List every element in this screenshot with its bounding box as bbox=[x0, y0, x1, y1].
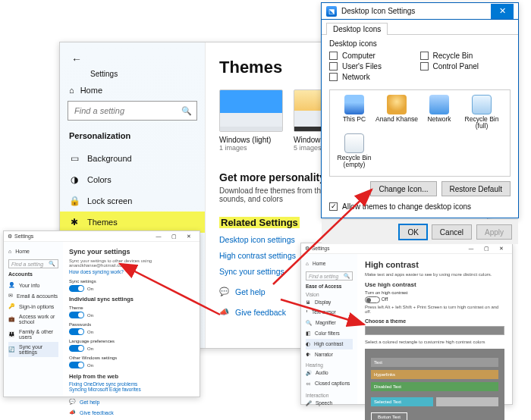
toggle-high-contrast[interactable]: Off bbox=[365, 296, 504, 303]
sidebar-home[interactable]: ⌂ Home bbox=[69, 86, 205, 95]
toggle-label: Passwords bbox=[69, 322, 193, 327]
toggle-other-windows[interactable]: On bbox=[69, 362, 193, 368]
nav-speech[interactable]: 🎤Speech bbox=[306, 398, 353, 409]
web-help-heading: Help from the web bbox=[69, 373, 193, 380]
preview-recycle-full[interactable]: Recycle Bin (full) bbox=[460, 95, 503, 130]
nav-magnifier[interactable]: 🔍Magnifier bbox=[306, 318, 353, 328]
theme-preview bbox=[219, 89, 283, 132]
maximize-button[interactable]: ▢ bbox=[167, 233, 181, 240]
preview-network[interactable]: Network bbox=[418, 95, 460, 130]
nav-label: Access work or school bbox=[19, 314, 58, 324]
give-feedback-link[interactable]: 📣Give feedback bbox=[69, 407, 193, 418]
checkbox-users-files[interactable]: User's Files bbox=[329, 62, 420, 71]
nav-label: Speech bbox=[316, 400, 332, 406]
close-button[interactable]: ✕ bbox=[495, 245, 508, 252]
nav-sync-settings[interactable]: 🔄Sync your settings bbox=[8, 342, 58, 357]
icon-preview-pane: This PC Anand Khanse Network Recycle Bin… bbox=[329, 89, 511, 177]
link-edge-favorites-help[interactable]: Syncing Microsoft Edge favorites bbox=[69, 387, 193, 392]
minimize-button[interactable]: — bbox=[464, 245, 478, 252]
sidebar-category: Personalization bbox=[69, 131, 205, 140]
nav-background[interactable]: ▭Background bbox=[60, 148, 205, 169]
checkbox-icon bbox=[329, 202, 338, 211]
preview-label: Recycle Bin (empty) bbox=[338, 154, 372, 168]
checkbox-network[interactable]: Network bbox=[329, 73, 420, 81]
dialog-titlebar: ⬔ Desktop Icon Settings ✕ bbox=[322, 3, 518, 20]
nav-label: Closed captions bbox=[315, 381, 350, 387]
cancel-button[interactable]: Cancel bbox=[432, 224, 472, 240]
back-button[interactable]: ← bbox=[68, 50, 86, 68]
get-help-link[interactable]: 💬Get help bbox=[69, 396, 193, 407]
nav-label: Themes bbox=[87, 218, 118, 227]
swatch-selected-text[interactable]: Selected Text bbox=[371, 397, 433, 406]
checkbox-recycle-bin[interactable]: Recycle Bin bbox=[420, 52, 511, 60]
search-input[interactable]: Find a setting🔍 bbox=[306, 271, 353, 281]
theme-name: Windows (light) bbox=[219, 136, 283, 144]
swatch-disabled[interactable]: Disabled Text bbox=[371, 382, 498, 391]
nav-email-accounts[interactable]: ✉Email & accounts bbox=[8, 290, 58, 301]
search-placeholder: Find a setting bbox=[309, 274, 338, 279]
close-button[interactable]: ✕ bbox=[182, 233, 196, 240]
maximize-button[interactable]: ▢ bbox=[479, 245, 493, 252]
toggle-passwords[interactable]: On bbox=[69, 328, 193, 335]
swatch-button-text[interactable]: Button Text bbox=[371, 412, 407, 420]
nav-display[interactable]: 🖥Display bbox=[306, 297, 353, 307]
sync-settings-window: ⚙ Settings —▢✕ ⌂Home Find a setting🔍 Acc… bbox=[3, 230, 200, 397]
toggle-sync-settings[interactable]: On bbox=[69, 285, 193, 292]
toggle-switch-icon bbox=[69, 328, 84, 335]
toggle-theme[interactable]: On bbox=[69, 312, 193, 318]
sidebar-category: Ease of Access bbox=[306, 284, 353, 289]
theme-item[interactable]: Windows (light) 1 images bbox=[219, 89, 283, 152]
theme-item[interactable]: Windows 5 images bbox=[294, 89, 324, 152]
search-input[interactable]: Find a setting🔍 bbox=[8, 259, 58, 268]
ok-button[interactable]: OK bbox=[399, 224, 426, 240]
settings-label: Settings bbox=[90, 70, 205, 78]
tab-desktop-icons[interactable]: Desktop Icons bbox=[326, 23, 388, 35]
home-label: Home bbox=[15, 249, 30, 254]
checkbox-allow-themes[interactable]: Allow themes to change desktop icons bbox=[329, 202, 511, 211]
nav-text-cursor[interactable]: ꞋText cursor bbox=[306, 307, 353, 318]
toggle-switch-icon bbox=[69, 312, 84, 318]
close-button[interactable]: ✕ bbox=[491, 4, 514, 19]
app-title: Settings bbox=[312, 246, 330, 251]
nav-audio[interactable]: 🔊Audio bbox=[306, 368, 353, 378]
nav-themes[interactable]: ✱Themes bbox=[60, 212, 205, 233]
gear-icon: ⚙ bbox=[305, 246, 309, 252]
preview-user-folder[interactable]: Anand Khanse bbox=[375, 95, 418, 130]
nav-narrator[interactable]: 🗣Narrator bbox=[306, 349, 353, 359]
nav-signin-options[interactable]: 🔑Sign-in options bbox=[8, 301, 58, 312]
checkbox-computer[interactable]: Computer bbox=[329, 52, 420, 60]
preview-this-pc[interactable]: This PC bbox=[333, 95, 375, 130]
restore-default-button[interactable]: Restore Default bbox=[441, 181, 511, 196]
link-onedrive-help[interactable]: Fixing OneDrive sync problems bbox=[69, 381, 193, 387]
toggle-language[interactable]: On bbox=[69, 345, 193, 352]
search-input[interactable] bbox=[73, 105, 181, 116]
link-how-syncing-works[interactable]: How does syncing work? bbox=[69, 269, 193, 274]
sidebar-home[interactable]: ⌂Home bbox=[306, 259, 353, 268]
nav-closed-captions[interactable]: ㏄Closed captions bbox=[306, 378, 353, 390]
help-label: Get help bbox=[235, 287, 266, 296]
nav-work-school[interactable]: 💼Access work or school bbox=[8, 312, 58, 327]
apply-button[interactable]: Apply bbox=[476, 224, 512, 240]
change-icon-button[interactable]: Change Icon... bbox=[370, 181, 436, 196]
minimize-button[interactable]: — bbox=[152, 233, 165, 240]
nav-lock-screen[interactable]: 🔒Lock screen bbox=[60, 190, 205, 212]
sidebar-home[interactable]: ⌂Home bbox=[8, 246, 58, 256]
checkbox-control-panel[interactable]: Control Panel bbox=[420, 62, 511, 71]
home-icon: ⌂ bbox=[8, 249, 11, 254]
hc-sidebar: ⌂Home Find a setting🔍 Ease of Access Vis… bbox=[301, 254, 357, 404]
swatch-hyperlinks[interactable]: Hyperlinks bbox=[371, 370, 498, 379]
nav-your-info[interactable]: 👤Your info bbox=[8, 280, 58, 290]
nav-family[interactable]: 👪Family & other users bbox=[8, 327, 58, 342]
gear-icon: ⚙ bbox=[8, 234, 12, 240]
high-contrast-window: ⚙ Settings —▢✕ ⌂Home Find a setting🔍 Eas… bbox=[300, 243, 513, 405]
nav-high-contrast[interactable]: ◐High contrast bbox=[306, 339, 353, 349]
toggle-switch-icon bbox=[69, 362, 84, 368]
nav-color-filters[interactable]: ◧Color filters bbox=[306, 328, 353, 339]
sync-desc: Sync your settings to other devices usin… bbox=[69, 259, 193, 268]
swatch-text[interactable]: Text bbox=[371, 358, 498, 367]
nav-colors[interactable]: ◑Colors bbox=[60, 169, 205, 190]
feedback-icon: 📣 bbox=[69, 409, 76, 415]
search-input-wrapper[interactable]: 🔍 bbox=[68, 101, 197, 121]
theme-dropdown[interactable] bbox=[365, 326, 504, 335]
preview-recycle-empty[interactable]: Recycle Bin (empty) bbox=[333, 133, 375, 169]
